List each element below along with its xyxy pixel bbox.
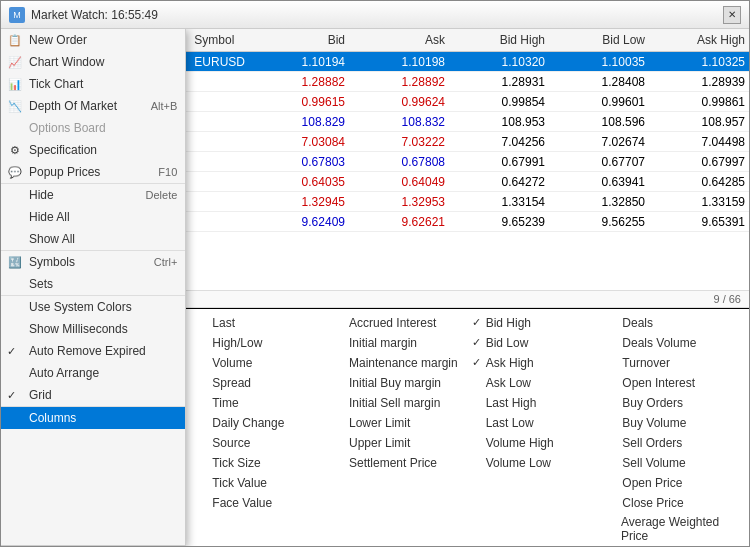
tick-chart-icon: 📊 — [7, 76, 23, 92]
table-row[interactable]: 0.996150.996240.998540.996010.99861 — [186, 92, 749, 112]
column-item-label: Open Interest — [622, 376, 695, 390]
column-item[interactable]: Deals — [604, 313, 741, 333]
column-item[interactable]: Initial margin — [331, 333, 468, 353]
column-item[interactable]: Open Price — [604, 473, 741, 493]
menu-item-grid[interactable]: Grid — [1, 384, 185, 406]
column-item[interactable]: Buy Volume — [604, 413, 741, 433]
column-item[interactable]: Buy Orders — [604, 393, 741, 413]
cell-bid-high: 0.67991 — [449, 152, 549, 171]
table-row[interactable]: 9.624099.626219.652399.562559.65391 — [186, 212, 749, 232]
menu-item-specification[interactable]: ⚙ Specification — [1, 139, 185, 161]
menu-item-chart-window[interactable]: 📈 Chart Window — [1, 51, 185, 73]
table-row[interactable]: EURUSD1.101941.101981.103201.100351.1032… — [186, 52, 749, 72]
menu-item-sets[interactable]: Sets — [1, 273, 185, 295]
table-row[interactable]: 1.329451.329531.331541.328501.33159 — [186, 192, 749, 212]
table-row[interactable]: 0.640350.640490.642720.639410.64285 — [186, 172, 749, 192]
column-item[interactable]: Initial Sell margin — [331, 393, 468, 413]
market-area: Symbol Bid Ask Bid High Bid Low Ask High… — [186, 29, 749, 546]
column-item[interactable]: Maintenance margin — [331, 353, 468, 373]
column-item[interactable]: Volume High — [468, 433, 605, 453]
column-item[interactable]: Average Weighted Price — [604, 513, 741, 545]
column-group-3: ✓Bid High✓Bid Low✓Ask HighAsk LowLast Hi… — [468, 313, 605, 545]
column-item[interactable]: Accrued Interest — [331, 313, 468, 333]
cell-bid-high: 0.64272 — [449, 172, 549, 191]
column-item-label: Initial margin — [349, 336, 417, 350]
column-item[interactable]: Initial Buy margin — [331, 373, 468, 393]
column-item[interactable]: Sell Volume — [604, 453, 741, 473]
cell-ask: 0.64049 — [349, 172, 449, 191]
cell-bid-low: 1.32850 — [549, 192, 649, 211]
table-row[interactable]: 1.288821.288921.289311.284081.28939 — [186, 72, 749, 92]
column-item[interactable]: Last Low — [468, 413, 605, 433]
column-item[interactable]: Daily Change — [194, 413, 331, 433]
header-ask-high: Ask High — [649, 31, 749, 49]
menu-section-options: Use System Colors Show Milliseconds Auto… — [1, 296, 185, 407]
cell-symbol — [186, 172, 249, 191]
menu-item-symbols[interactable]: 🔣 Symbols Ctrl+ — [1, 251, 185, 273]
menu-item-depth-of-market[interactable]: 📉 Depth Of Market Alt+B — [1, 95, 185, 117]
menu-item-popup-prices[interactable]: 💬 Popup Prices F10 — [1, 161, 185, 183]
column-item[interactable]: Close Price — [604, 493, 741, 513]
column-item[interactable]: Settlement Price — [331, 453, 468, 473]
menu-item-auto-remove[interactable]: Auto Remove Expired — [1, 340, 185, 362]
column-item-label: Last High — [486, 396, 537, 410]
menu-item-tick-chart[interactable]: 📊 Tick Chart — [1, 73, 185, 95]
column-item-label: Settlement Price — [349, 456, 437, 470]
cell-ask-high: 0.64285 — [649, 172, 749, 191]
show-all-label: Show All — [29, 232, 75, 246]
table-row[interactable]: 0.678030.678080.679910.677070.67997 — [186, 152, 749, 172]
column-item[interactable]: Deals Volume — [604, 333, 741, 353]
column-item[interactable]: ✓Bid Low — [468, 333, 605, 353]
cell-ask-high: 9.65391 — [649, 212, 749, 231]
column-item[interactable]: Open Interest — [604, 373, 741, 393]
symbols-icon: 🔣 — [7, 254, 23, 270]
cell-bid-low: 0.67707 — [549, 152, 649, 171]
menu-item-show-milliseconds[interactable]: Show Milliseconds — [1, 318, 185, 340]
menu-item-hide-all[interactable]: Hide All — [1, 206, 185, 228]
column-item[interactable]: Tick Value — [194, 473, 331, 493]
column-item[interactable]: Lower Limit — [331, 413, 468, 433]
column-item[interactable]: Turnover — [604, 353, 741, 373]
cell-bid: 108.829 — [249, 112, 349, 131]
column-item-label: Deals Volume — [622, 336, 696, 350]
column-item[interactable]: Upper Limit — [331, 433, 468, 453]
cell-bid-high: 7.04256 — [449, 132, 549, 151]
column-item[interactable]: ✓Bid High — [468, 313, 605, 333]
column-item[interactable]: Source — [194, 433, 331, 453]
menu-item-columns[interactable]: Columns — [1, 407, 185, 429]
column-item[interactable]: Last — [194, 313, 331, 333]
column-item-label: Volume High — [486, 436, 554, 450]
context-menu: 📋 New Order 📈 Chart Window 📊 Tick Chart … — [1, 29, 186, 546]
column-item[interactable]: Face Value — [194, 493, 331, 513]
column-group-2: Accrued InterestInitial marginMaintenanc… — [331, 313, 468, 545]
menu-item-show-all[interactable]: Show All — [1, 228, 185, 250]
menu-item-use-system-colors[interactable]: Use System Colors — [1, 296, 185, 318]
new-order-label: New Order — [29, 33, 87, 47]
column-item[interactable]: Volume — [194, 353, 331, 373]
menu-item-new-order[interactable]: 📋 New Order — [1, 29, 185, 51]
column-item[interactable]: ✓Ask High — [468, 353, 605, 373]
cell-bid-low: 1.28408 — [549, 72, 649, 91]
column-item[interactable]: Tick Size — [194, 453, 331, 473]
cell-symbol — [186, 132, 249, 151]
column-item-label: Open Price — [622, 476, 682, 490]
column-item[interactable]: Time — [194, 393, 331, 413]
column-item[interactable]: Volume Low — [468, 453, 605, 473]
cell-bid-low: 0.63941 — [549, 172, 649, 191]
cell-bid-high: 9.65239 — [449, 212, 549, 231]
column-item[interactable]: Ask Low — [468, 373, 605, 393]
column-item[interactable]: Spread — [194, 373, 331, 393]
column-item[interactable]: Sell Orders — [604, 433, 741, 453]
close-button[interactable]: ✕ — [723, 6, 741, 24]
cell-bid: 1.10194 — [249, 52, 349, 71]
menu-item-hide[interactable]: Hide Delete — [1, 184, 185, 206]
popup-label: Popup Prices — [29, 165, 100, 179]
table-header: Symbol Bid Ask Bid High Bid Low Ask High — [186, 29, 749, 52]
table-row[interactable]: 7.030847.032227.042567.026747.04498 — [186, 132, 749, 152]
menu-item-auto-arrange[interactable]: Auto Arrange — [1, 362, 185, 384]
column-group-1: LastHigh/LowVolumeSpreadTimeDaily Change… — [194, 313, 331, 545]
column-item-label: Daily Change — [212, 416, 284, 430]
column-item[interactable]: Last High — [468, 393, 605, 413]
column-item[interactable]: High/Low — [194, 333, 331, 353]
table-row[interactable]: 108.829108.832108.953108.596108.957 — [186, 112, 749, 132]
